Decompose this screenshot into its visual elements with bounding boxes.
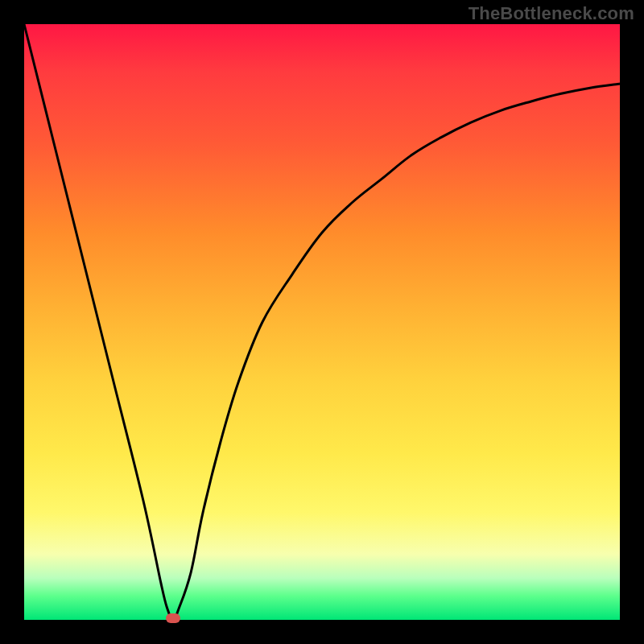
chart-frame: TheBottleneck.com	[0, 0, 644, 644]
curve-path	[24, 24, 620, 620]
attribution-label: TheBottleneck.com	[469, 3, 634, 24]
bottleneck-curve	[24, 24, 620, 620]
plot-area	[24, 24, 620, 620]
minimum-marker	[166, 613, 180, 623]
